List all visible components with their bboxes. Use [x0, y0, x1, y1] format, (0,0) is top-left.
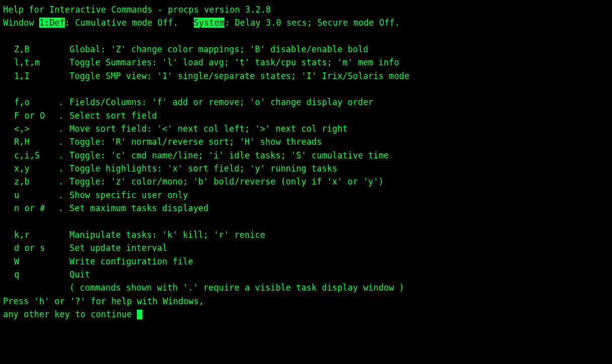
system-badge: System	[194, 18, 224, 28]
help-keys: R,H	[14, 135, 58, 148]
help-keys: x,y	[14, 162, 58, 175]
prompt-text: any other key to continue	[3, 309, 137, 319]
help-item: d or s Set update interval	[3, 241, 609, 254]
help-mark: .	[58, 202, 69, 215]
help-item: W Write configuration file	[3, 255, 609, 268]
help-keys: f,o	[14, 96, 58, 109]
help-keys: q	[14, 268, 58, 281]
help-mark: .	[58, 96, 69, 109]
help-desc: Toggle SMP view: '1' single/separate sta…	[69, 69, 410, 82]
help-mark: .	[58, 135, 69, 148]
help-desc: Show specific user only	[69, 189, 188, 202]
help-item: F or O.Select sort field	[3, 109, 609, 122]
help-keys: z,b	[14, 175, 58, 188]
help-mark: .	[58, 162, 69, 175]
help-mark	[58, 268, 69, 281]
help-item: l,t,m Toggle Summaries: 'l' load avg; 't…	[3, 56, 609, 69]
footer-line1: Press 'h' or '?' for help with Windows,	[3, 295, 609, 308]
help-desc: Global: 'Z' change color mappings; 'B' d…	[69, 43, 368, 56]
help-desc: Move sort field: '<' next col left; '>' …	[69, 122, 348, 135]
help-mark	[58, 241, 69, 254]
help-keys: <,>	[14, 122, 58, 135]
help-keys: W	[14, 255, 58, 268]
help-desc: Toggle Summaries: 'l' load avg; 't' task…	[69, 56, 399, 69]
help-mark: .	[58, 189, 69, 202]
spacer	[3, 82, 609, 96]
help-item: z,b.Toggle: 'z' color/mono; 'b' bold/rev…	[3, 175, 609, 188]
help-keys: 1,I	[14, 69, 58, 82]
help-desc: Write configuration file	[69, 255, 193, 268]
help-keys: u	[14, 189, 58, 202]
help-desc: Quit	[69, 268, 90, 281]
help-item: u.Show specific user only	[3, 189, 609, 202]
status-line: Window 1:Def: Cumulative mode Off. Syste…	[3, 16, 609, 29]
help-item: k,r Manipulate tasks: 'k' kill; 'r' reni…	[3, 228, 609, 241]
help-desc: Toggle: 'z' color/mono; 'b' bold/reverse…	[69, 175, 384, 188]
help-desc: Select sort field	[69, 109, 157, 122]
help-keys: Z,B	[14, 43, 58, 56]
system-suffix: : Delay 3.0 secs; Secure mode Off.	[224, 18, 400, 28]
help-keys: k,r	[14, 228, 58, 241]
help-mark	[58, 255, 69, 268]
help-desc: Toggle: 'R' normal/reverse sort; 'H' sho…	[69, 135, 322, 148]
window-suffix: : Cumulative mode Off.	[65, 18, 194, 28]
help-desc: Set update interval	[69, 241, 167, 254]
window-badge: 1:Def	[39, 18, 65, 28]
help-desc: Toggle highlights: 'x' sort field; 'y' r…	[69, 162, 337, 175]
window-prefix: Window	[3, 18, 39, 28]
help-item: n or #.Set maximum tasks displayed	[3, 202, 609, 215]
help-item: q Quit	[3, 268, 609, 281]
footnote: ( commands shown with '.' require a visi…	[3, 281, 609, 294]
help-item: f,o.Fields/Columns: 'f' add or remove; '…	[3, 96, 609, 109]
help-desc: Set maximum tasks displayed	[69, 202, 208, 215]
help-desc: Fields/Columns: 'f' add or remove; 'o' c…	[69, 96, 373, 109]
help-keys: n or #	[14, 202, 58, 215]
help-keys: l,t,m	[14, 56, 58, 69]
help-desc: Toggle: 'c' cmd name/line; 'i' idle task…	[69, 149, 389, 162]
help-item: Z,B Global: 'Z' change color mappings; '…	[3, 43, 609, 56]
help-mark	[58, 43, 69, 56]
spacer	[3, 30, 609, 43]
spacer	[3, 215, 609, 228]
help-item: <,>.Move sort field: '<' next col left; …	[3, 122, 609, 135]
help-mark: .	[58, 149, 69, 162]
help-mark: .	[58, 109, 69, 122]
help-desc: Manipulate tasks: 'k' kill; 'r' renice	[69, 228, 265, 241]
help-title: Help for Interactive Commands - procps v…	[3, 3, 609, 16]
help-item: x,y.Toggle highlights: 'x' sort field; '…	[3, 162, 609, 175]
help-keys: d or s	[14, 241, 58, 254]
help-mark	[58, 69, 69, 82]
help-mark	[58, 228, 69, 241]
help-item: R,H.Toggle: 'R' normal/reverse sort; 'H'…	[3, 135, 609, 148]
cursor-icon	[137, 310, 142, 319]
help-mark: .	[58, 175, 69, 188]
help-keys: c,i,S	[14, 149, 58, 162]
help-keys: F or O	[14, 109, 58, 122]
help-mark: .	[58, 122, 69, 135]
help-item: 1,I Toggle SMP view: '1' single/separate…	[3, 69, 609, 82]
help-mark	[58, 56, 69, 69]
footer-line2[interactable]: any other key to continue	[3, 308, 609, 321]
help-item: c,i,S.Toggle: 'c' cmd name/line; 'i' idl…	[3, 149, 609, 162]
